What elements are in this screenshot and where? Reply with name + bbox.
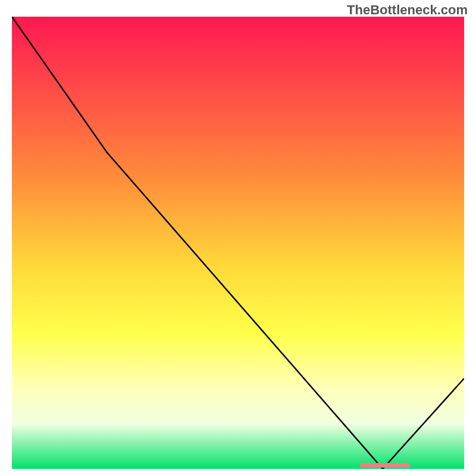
bottleneck-chart xyxy=(12,17,464,469)
chart-background xyxy=(12,17,464,469)
chart-svg xyxy=(12,17,464,469)
highlight-bar xyxy=(360,463,410,468)
watermark-text: TheBottleneck.com xyxy=(347,2,468,18)
page: TheBottleneck.com xyxy=(0,0,476,476)
